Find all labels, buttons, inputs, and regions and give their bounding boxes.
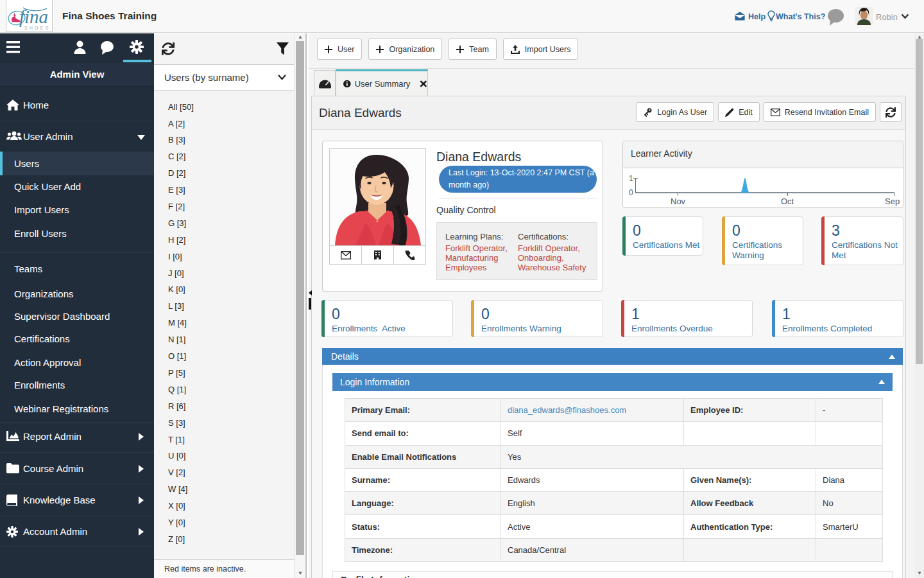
- svg-text:Nov: Nov: [671, 197, 686, 206]
- svg-text:Sep: Sep: [885, 197, 900, 206]
- svg-text:0: 0: [629, 188, 633, 197]
- svg-text:Oct: Oct: [781, 197, 794, 206]
- svg-text:SHOES: SHOES: [24, 26, 51, 30]
- svg-text:1: 1: [629, 174, 633, 183]
